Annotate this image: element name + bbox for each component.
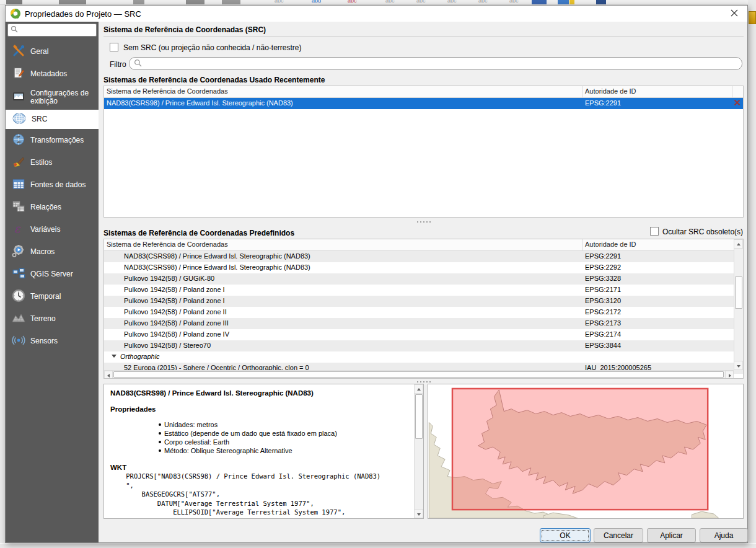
crs-row[interactable]: Pulkovo 1942(58) / Poland zone IVEPSG:21… bbox=[104, 329, 743, 340]
clock-icon bbox=[12, 289, 25, 304]
crs-row[interactable]: Pulkovo 1942(58) / Poland zone IIIEPSG:2… bbox=[104, 318, 743, 329]
sidebar-item-estilos[interactable]: Estilos bbox=[6, 151, 99, 174]
scroll-down-icon[interactable] bbox=[414, 509, 423, 518]
sidebar-item-terreno[interactable]: Terreno bbox=[6, 307, 99, 330]
crs-row[interactable]: Pulkovo 1942(58) / Stereo70EPSG:3844 bbox=[104, 340, 743, 351]
crs-filter-input[interactable] bbox=[145, 60, 742, 68]
close-icon[interactable] bbox=[730, 9, 741, 19]
crs-authid: EPSG:3844 bbox=[585, 342, 621, 349]
column-divider[interactable] bbox=[582, 86, 583, 97]
predefined-table-header[interactable]: Sistema de Referência de Coordenadas Aut… bbox=[104, 239, 734, 251]
crs-authid: EPSG:2292 bbox=[585, 263, 621, 271]
collapse-arrow-icon[interactable] bbox=[112, 355, 116, 358]
wkt-line: PROJCRS["NAD83(CSRS98) / Prince Edward I… bbox=[110, 472, 411, 480]
sidebar-item-label: Fontes de dados bbox=[30, 181, 86, 189]
apply-button[interactable]: Aplicar bbox=[647, 528, 696, 542]
dialog-titlebar[interactable]: Propriedades do Projeto — SRC bbox=[6, 6, 747, 22]
globe-icon bbox=[12, 111, 27, 128]
crs-row[interactable]: Pulkovo 1942(58) / Poland zone IEPSG:312… bbox=[104, 296, 743, 307]
sidebar-search-input[interactable] bbox=[18, 27, 86, 34]
remove-recent-crs-icon[interactable] bbox=[734, 99, 742, 108]
sidebar-item-sensors[interactable]: Sensors bbox=[6, 330, 99, 352]
sidebar-item-variaveis[interactable]: ε Variáveis bbox=[6, 218, 99, 241]
column-header-crs[interactable]: Sistema de Referência de Coordenadas bbox=[107, 241, 228, 248]
column-divider[interactable] bbox=[732, 86, 732, 97]
toolbar-abc-icon: abd bbox=[312, 0, 321, 4]
scrollbar-thumb[interactable] bbox=[415, 394, 423, 439]
crs-row[interactable]: NAD83(CSRS98) / Prince Edward Isl. Stere… bbox=[104, 251, 743, 262]
crs-property: Unidades: metros bbox=[159, 420, 411, 429]
vertical-scrollbar[interactable] bbox=[734, 239, 743, 370]
globe-arrows-icon bbox=[12, 133, 25, 148]
scrollbar-thumb[interactable] bbox=[735, 276, 742, 309]
crs-name: Pulkovo 1942(58) / Poland zone III bbox=[124, 319, 229, 327]
sidebar-item-relacoes[interactable]: Relações bbox=[6, 196, 99, 218]
sidebar-item-label: Estilos bbox=[30, 159, 52, 167]
sidebar-item-label: Terreno bbox=[30, 315, 56, 323]
column-header-authid[interactable]: Autoridade de ID bbox=[585, 241, 636, 248]
sidebar-item-label: SRC bbox=[32, 115, 47, 123]
cancel-button[interactable]: Cancelar bbox=[594, 528, 643, 542]
sidebar-items: Geral Metadados Conf bbox=[6, 40, 99, 352]
sidebar-item-macros[interactable]: Macros bbox=[6, 241, 99, 263]
tools-icon bbox=[12, 44, 25, 60]
horizontal-scrollbar[interactable] bbox=[104, 370, 734, 378]
sidebar-item-label: QGIS Server bbox=[30, 270, 73, 278]
column-header-crs[interactable]: Sistema de Referência de Coordenadas bbox=[107, 87, 228, 95]
scroll-down-icon[interactable] bbox=[734, 361, 743, 370]
details-scrollbar[interactable] bbox=[414, 384, 423, 518]
recent-table-header[interactable]: Sistema de Referência de Coordenadas Aut… bbox=[104, 86, 743, 98]
toolbar-abc-icon: abc bbox=[478, 0, 488, 4]
toolbar-abc-icon: abc bbox=[509, 0, 519, 4]
scroll-up-icon[interactable] bbox=[414, 384, 423, 394]
recent-crs-table: Sistema de Referência de Coordenadas Aut… bbox=[103, 86, 744, 218]
gear-play-icon bbox=[12, 244, 25, 260]
crs-row[interactable]: Pulkovo 1942(58) / GUGiK-80EPSG:3328 bbox=[104, 273, 743, 285]
crs-filter-box[interactable] bbox=[129, 57, 742, 70]
server-monitors-icon bbox=[12, 267, 25, 282]
epsilon-icon: ε bbox=[12, 222, 25, 237]
mainland-landmass bbox=[692, 511, 719, 518]
crs-row[interactable]: Pulkovo 1942(58) / Poland zone IIEPSG:21… bbox=[104, 307, 743, 318]
terrain-icon bbox=[12, 311, 25, 327]
splitter-handle[interactable] bbox=[99, 380, 749, 383]
scroll-right-icon[interactable] bbox=[725, 371, 734, 379]
toolbar-abc-icon: abc bbox=[447, 0, 457, 4]
scrollbar-thumb[interactable] bbox=[113, 371, 724, 378]
ok-button[interactable]: OK bbox=[540, 528, 591, 542]
search-icon bbox=[11, 25, 18, 35]
toolbar-abc-icon: abc bbox=[416, 0, 426, 4]
hide-deprecated-checkbox[interactable] bbox=[650, 227, 659, 236]
filter-label: Filtro bbox=[110, 60, 126, 69]
crs-row[interactable]: NAD83(CSRS98) / Prince Edward Isl. Stere… bbox=[104, 262, 743, 273]
no-crs-checkbox[interactable] bbox=[110, 43, 118, 51]
sidebar-item-temporal[interactable]: Temporal bbox=[6, 285, 99, 307]
recent-section-title: Sistemas de Referência de Coordenadas Us… bbox=[103, 76, 325, 84]
crs-name: Pulkovo 1942(58) / Stereo70 bbox=[124, 342, 211, 349]
sidebar-item-configuracoes-exibicao[interactable]: Configurações de exibição bbox=[6, 85, 99, 110]
paintbrush-icon bbox=[12, 155, 25, 170]
sidebar-item-metadados[interactable]: Metadados bbox=[6, 63, 99, 85]
scroll-left-icon[interactable] bbox=[104, 371, 113, 379]
sidebar-item-transformacoes[interactable]: Transformações bbox=[6, 129, 99, 151]
sidebar-item-qgis-server[interactable]: QGIS Server bbox=[6, 263, 99, 285]
wkt-line: BASEGEOGCRS["ATS77", bbox=[110, 490, 411, 498]
relations-icon bbox=[12, 200, 25, 215]
sidebar-search-box[interactable] bbox=[7, 24, 97, 37]
crs-group-row[interactable]: Orthographic bbox=[104, 351, 743, 363]
recent-crs-row[interactable]: NAD83(CSRS98) / Prince Edward Isl. Stere… bbox=[104, 98, 743, 109]
sidebar-item-src[interactable]: SRC bbox=[6, 110, 99, 129]
column-divider[interactable] bbox=[582, 239, 583, 250]
scroll-up-icon[interactable] bbox=[734, 239, 743, 249]
sidebar-item-geral[interactable]: Geral bbox=[6, 40, 99, 63]
sidebar-item-fontes-de-dados[interactable]: Fontes de dados bbox=[6, 174, 99, 196]
map-display-icon bbox=[12, 90, 25, 105]
column-header-authid[interactable]: Autoridade de ID bbox=[585, 87, 636, 95]
crs-authid: EPSG:2172 bbox=[585, 308, 621, 316]
splitter-handle[interactable] bbox=[99, 220, 749, 223]
extent-map bbox=[428, 384, 743, 518]
svg-text:ε: ε bbox=[14, 222, 21, 235]
crs-row[interactable]: Pulkovo 1942(58) / Poland zone IEPSG:217… bbox=[104, 285, 743, 296]
toolbar-fragment bbox=[532, 0, 547, 5]
help-button[interactable]: Ajuda bbox=[700, 528, 748, 542]
